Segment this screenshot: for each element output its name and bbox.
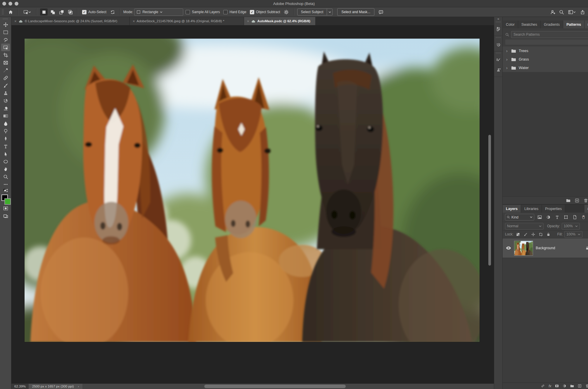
collapse-panels-icon[interactable]: « [497, 17, 499, 20]
filter-shape-layers-button[interactable] [562, 214, 569, 220]
hard-edge-option[interactable]: Hard Edge [222, 10, 247, 14]
filter-smart-objects-button[interactable] [571, 214, 578, 220]
tool-object-selection[interactable] [1, 44, 10, 51]
add-mask-button[interactable] [555, 384, 559, 388]
lock-all-button[interactable] [546, 233, 551, 236]
screen-mode-button[interactable] [1, 212, 10, 220]
tool-eraser[interactable] [1, 104, 10, 112]
home-button[interactable] [7, 8, 14, 16]
lock-pixels-button[interactable] [523, 233, 529, 236]
canvas-image[interactable] [25, 39, 480, 342]
tool-blur[interactable] [1, 120, 10, 127]
document-tab-1[interactable]: × © LandscapeMixer-Seasons.psdc @ 24.6% … [11, 17, 130, 25]
lock-position-button[interactable] [530, 233, 536, 236]
filter-toggle[interactable] [580, 214, 587, 220]
opacity-dropdown[interactable]: 100% [562, 223, 580, 230]
tool-crop[interactable] [1, 51, 10, 59]
invite-button[interactable] [549, 8, 556, 16]
pattern-group-grass[interactable]: › Grass [503, 55, 588, 63]
brush-settings-panel-button[interactable] [494, 56, 502, 64]
sample-all-layers-option[interactable]: Sample All Layers [184, 10, 221, 14]
tool-type[interactable] [1, 142, 10, 150]
comment-button[interactable] [377, 8, 385, 16]
panel-menu-icon[interactable]: ≡ [584, 20, 588, 28]
object-subtract-option[interactable]: ✓ Object Subtract [249, 10, 281, 14]
close-icon[interactable]: × [133, 19, 135, 23]
share-button[interactable] [579, 8, 586, 16]
tool-gradient[interactable] [1, 112, 10, 120]
status-chevron-icon[interactable]: › [78, 385, 79, 388]
auto-select-checkbox[interactable]: ✓ [82, 10, 87, 14]
properties-panel-button[interactable] [494, 25, 502, 33]
tab-color[interactable]: Color [503, 20, 518, 28]
sync-button[interactable] [109, 8, 116, 16]
new-adjustment-layer-button[interactable] [563, 384, 566, 388]
close-icon[interactable]: × [14, 19, 17, 23]
tab-properties[interactable]: Properties [542, 205, 565, 213]
default-swap-colors[interactable] [1, 188, 10, 194]
new-selection-button[interactable] [40, 8, 48, 16]
clone-source-panel-button[interactable] [494, 66, 502, 74]
lock-transparency-button[interactable] [515, 233, 521, 236]
background-color-swatch[interactable] [4, 198, 11, 205]
history-panel-button[interactable] [494, 40, 502, 49]
tool-pen[interactable] [1, 135, 10, 142]
document-tab-3[interactable]: × AutoMask.psdc @ 62.4% (RGB/8) [244, 17, 316, 25]
tool-frame[interactable] [1, 59, 10, 66]
new-group-button[interactable] [566, 198, 570, 203]
expand-chevron-icon[interactable]: › [506, 49, 509, 53]
layer-lock-icon[interactable] [585, 246, 588, 250]
document-info[interactable]: 2500 px x 1657 px (300 ppi) › [29, 384, 82, 389]
vertical-scrollbar[interactable] [488, 135, 491, 266]
zoom-level[interactable]: 62.39% [11, 384, 29, 389]
blend-mode-dropdown[interactable]: Normal [505, 223, 544, 230]
delete-pattern-button[interactable] [584, 198, 588, 203]
segment-grip[interactable] [496, 37, 501, 38]
horizontal-scrollbar[interactable] [204, 385, 346, 388]
add-selection-button[interactable] [49, 8, 56, 16]
tool-shape[interactable] [1, 158, 10, 165]
toolbar-more[interactable] [1, 180, 10, 188]
tool-zoom[interactable] [1, 173, 10, 180]
tool-healing-brush[interactable] [1, 74, 10, 82]
link-layers-button[interactable] [541, 384, 545, 388]
tab-layers[interactable]: Layers [503, 205, 521, 213]
tool-marquee[interactable] [1, 28, 10, 36]
filter-adjustment-layers-button[interactable] [545, 214, 552, 220]
tool-path-select[interactable] [1, 150, 10, 158]
intersect-selection-button[interactable] [66, 8, 74, 16]
tool-history-brush[interactable] [1, 97, 10, 104]
tool-eyedropper[interactable] [1, 66, 10, 74]
delete-layer-button[interactable] [585, 384, 588, 388]
close-icon[interactable]: × [247, 19, 249, 23]
lock-artboard-button[interactable] [538, 233, 544, 236]
fill-dropdown[interactable]: 100% [564, 231, 582, 238]
search-button[interactable] [558, 8, 565, 16]
tool-lasso[interactable] [1, 36, 10, 44]
layer-style-button[interactable]: fx [549, 384, 551, 388]
filter-type-layers-button[interactable] [554, 214, 561, 220]
new-layer-button[interactable] [578, 384, 582, 388]
mode-dropdown[interactable]: Rectangle [134, 8, 183, 16]
tool-hand[interactable] [1, 165, 10, 173]
object-subtract-checkbox[interactable]: ✓ [250, 10, 254, 14]
layer-thumbnail[interactable] [514, 241, 533, 255]
workspace-button[interactable] [566, 8, 577, 16]
pattern-group-trees[interactable]: › Trees [503, 47, 588, 55]
quick-mask-button[interactable] [1, 204, 10, 212]
new-layer-group-button[interactable] [570, 384, 574, 388]
subtract-selection-button[interactable] [58, 8, 65, 16]
panel-menu-icon[interactable]: ≡ [584, 205, 588, 213]
filter-kind-dropdown[interactable]: Kind [505, 214, 534, 221]
visibility-eye-icon[interactable] [506, 245, 511, 251]
document-tab-2[interactable]: × AdobeStock_211457806.jpeg @ 18.4% (Ori… [130, 17, 244, 25]
expand-chevron-icon[interactable]: › [506, 57, 509, 62]
layer-row-background[interactable]: Background [503, 238, 588, 258]
select-subject-button[interactable]: Select Subject [298, 9, 327, 15]
layer-name[interactable]: Background [536, 246, 582, 250]
tool-dodge[interactable] [1, 127, 10, 135]
tab-swatches[interactable]: Swatches [518, 20, 541, 28]
expand-chevron-icon[interactable]: › [506, 66, 509, 70]
search-patterns-input[interactable] [511, 31, 588, 38]
tab-libraries[interactable]: Libraries [521, 205, 542, 213]
